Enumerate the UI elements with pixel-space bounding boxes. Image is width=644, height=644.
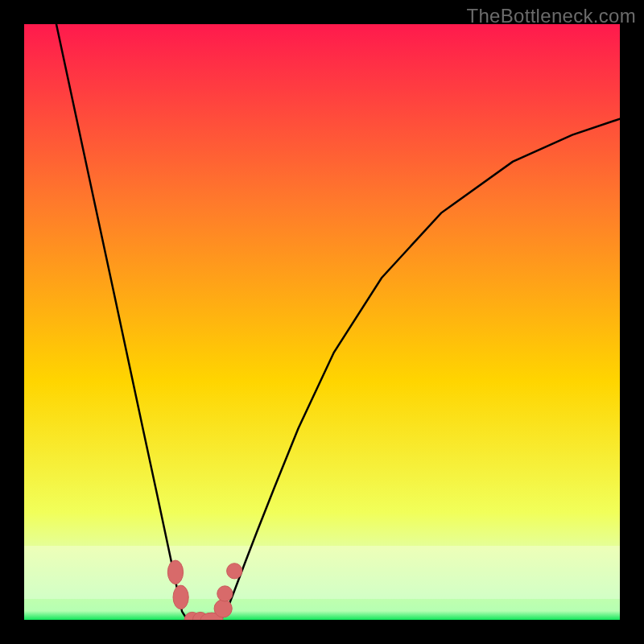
- data-marker: [217, 586, 233, 601]
- data-marker: [227, 564, 242, 579]
- plot-area: [24, 24, 620, 620]
- data-marker: [173, 585, 188, 609]
- chart-svg: [24, 24, 620, 620]
- heat-background: [24, 24, 620, 620]
- chart-root: TheBottleneck.com: [0, 0, 644, 644]
- data-marker: [214, 600, 232, 617]
- data-marker: [167, 560, 183, 584]
- attribution-text: TheBottleneck.com: [466, 5, 636, 27]
- pale-band: [24, 546, 620, 599]
